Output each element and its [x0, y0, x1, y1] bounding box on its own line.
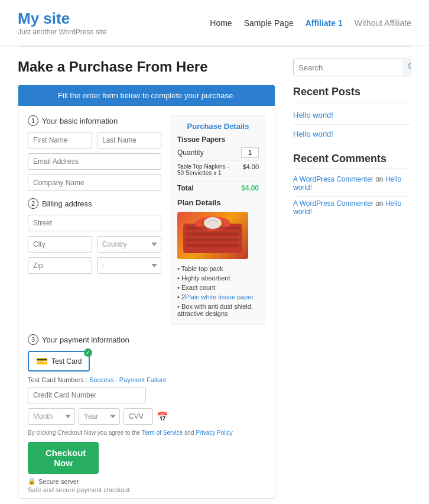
total-price: $4.00	[241, 184, 259, 192]
street-input[interactable]	[28, 215, 161, 231]
price-row: Table Top Napkins - 50 Serviettes x 1 $4…	[177, 160, 259, 179]
feature-1: Table top pack	[177, 264, 259, 273]
success-link[interactable]: Success	[89, 376, 114, 383]
purchase-details: Purchase Details Tissue Papers Quantity …	[171, 115, 265, 325]
commenter-link-2[interactable]: A WordPress Commenter	[293, 199, 373, 208]
section3-title: 3 Your payment information	[28, 334, 265, 345]
feature-3: Exact count	[177, 283, 259, 292]
commenter-link-1[interactable]: A WordPress Commenter	[293, 175, 373, 183]
post-link-1[interactable]: Hello world!	[293, 108, 411, 122]
section2-title: 2 Billing address	[28, 198, 161, 209]
quantity-row: Quantity	[177, 147, 259, 158]
year-select[interactable]: Year	[79, 408, 120, 425]
zip-state-row: -	[28, 257, 161, 274]
first-name-input[interactable]	[28, 132, 92, 148]
main-nav: Home Sample Page Affiliate 1 Without Aff…	[210, 18, 411, 28]
card-number-row	[28, 387, 265, 403]
comment-2: A WordPress Commenter on Hello world!	[293, 199, 411, 216]
nav-sample[interactable]: Sample Page	[244, 18, 294, 28]
lock-icon: 🔒	[28, 477, 36, 485]
checkout-button[interactable]: Checkout Now	[28, 442, 99, 474]
zip-input[interactable]	[28, 257, 92, 274]
street-row	[28, 215, 161, 231]
svg-point-7	[204, 217, 222, 229]
recent-comments-title: Recent Comments	[293, 153, 411, 169]
company-input[interactable]	[28, 175, 161, 191]
recent-posts-title: Recent Posts	[293, 86, 411, 102]
site-tagline: Just another WordPress site	[18, 28, 107, 36]
feature-5: Box with anti dust shield, attractive de…	[177, 302, 259, 318]
calendar-icon: 📅	[157, 411, 168, 422]
recent-posts-section: Recent Posts Hello world! Hello world!	[293, 86, 411, 141]
product-name: Tissue Papers	[177, 135, 259, 144]
svg-rect-6	[186, 244, 239, 247]
comment-on-2: on	[375, 199, 383, 208]
email-row	[28, 153, 161, 170]
company-row	[28, 175, 161, 191]
plan-features: Table top pack Highly absorbent Exact co…	[177, 264, 259, 318]
purchase-details-panel: Purchase Details Tissue Papers Quantity …	[171, 115, 265, 325]
sidebar: 🔍 Recent Posts Hello world! Hello world!…	[293, 59, 411, 499]
last-name-input[interactable]	[97, 132, 161, 148]
feature-2: Highly absorbent	[177, 273, 259, 283]
payment-section: 3 Your payment information 💳 Test Card ✓…	[18, 334, 275, 498]
section-billing: 2 Billing address Country	[28, 198, 161, 274]
recent-comments-section: Recent Comments A WordPress Commenter on…	[293, 153, 411, 216]
product-image	[177, 212, 248, 259]
failure-link[interactable]: Payment Failure	[119, 376, 167, 383]
name-row	[28, 132, 161, 148]
quantity-input[interactable]	[241, 147, 259, 158]
plan-title: Plan Details	[177, 198, 259, 207]
nav-home[interactable]: Home	[210, 18, 232, 28]
comment-1: A WordPress Commenter on Hello world!	[293, 175, 411, 192]
test-card-label: Test Card	[51, 357, 82, 366]
search-icon[interactable]: 🔍	[402, 59, 411, 76]
svg-rect-4	[186, 232, 239, 235]
item-price: $4.00	[242, 163, 259, 176]
site-title[interactable]: My site	[18, 9, 107, 28]
secure-row: 🔒 Secure server	[28, 477, 265, 485]
safe-text: Safe and secure payment checkout.	[28, 486, 265, 493]
search-box: 🔍	[293, 59, 411, 76]
nav-without[interactable]: Without Affiliate	[355, 18, 411, 28]
card-number-input[interactable]	[28, 387, 146, 403]
header: My site Just another WordPress site Home…	[0, 0, 429, 47]
nav-affiliate[interactable]: Affiliate 1	[306, 18, 343, 28]
checkout-form-card: Fill the order form below to complete yo…	[18, 85, 275, 499]
comment-on-1: on	[375, 175, 383, 183]
section-basic-info: 1 Your basic information	[28, 115, 161, 191]
terms-text: By clicking Checkout Now you agree to th…	[28, 429, 265, 436]
cvv-input[interactable]	[124, 408, 153, 425]
email-input[interactable]	[28, 153, 161, 170]
test-card-button[interactable]: 💳 Test Card ✓	[28, 351, 90, 371]
plain-white-link[interactable]: Plain white tissue paper	[185, 293, 254, 301]
page-title: Make a Purchase From Here	[18, 59, 275, 75]
search-input[interactable]	[294, 60, 402, 76]
check-badge: ✓	[84, 348, 92, 357]
section2-num: 2	[28, 198, 38, 209]
section1-num: 1	[28, 115, 38, 126]
month-select[interactable]: Month	[28, 408, 75, 425]
section1-title: 1 Your basic information	[28, 115, 161, 126]
svg-rect-5	[186, 238, 239, 241]
section3-num: 3	[28, 334, 38, 345]
card-details-row: Month Year 📅	[28, 408, 265, 425]
form-body: 1 Your basic information	[18, 106, 275, 334]
quantity-label: Quantity	[177, 148, 204, 157]
city-input[interactable]	[28, 236, 92, 253]
city-country-row: Country	[28, 236, 161, 253]
privacy-link[interactable]: Privacy Policy	[196, 429, 232, 436]
main-content: Make a Purchase From Here Fill the order…	[0, 47, 429, 504]
form-left: 1 Your basic information	[28, 115, 161, 325]
test-numbers: Test Card Numbers : Success : Payment Fa…	[28, 376, 265, 383]
terms-link[interactable]: Term of Service	[142, 429, 183, 436]
left-column: Make a Purchase From Here Fill the order…	[18, 59, 275, 499]
feature-4: 2Plain white tissue paper	[177, 292, 259, 302]
state-select[interactable]: -	[97, 257, 161, 274]
post-link-2[interactable]: Hello world!	[293, 127, 411, 141]
item-name: Table Top Napkins - 50 Serviettes x 1	[177, 163, 236, 176]
purchase-title: Purchase Details	[177, 122, 259, 131]
card-icon: 💳	[36, 356, 48, 367]
country-select[interactable]: Country	[97, 236, 161, 253]
total-label: Total	[177, 184, 194, 192]
